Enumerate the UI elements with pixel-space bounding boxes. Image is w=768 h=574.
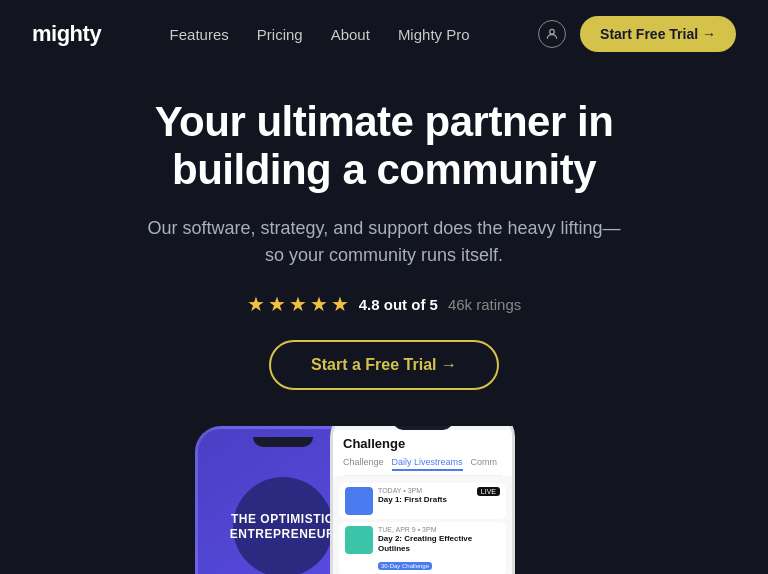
tab-comm[interactable]: Comm [471,455,498,471]
nav-links: Features Pricing About Mighty Pro [170,26,470,43]
nav-link-mighty-pro[interactable]: Mighty Pro [398,26,470,43]
account-icon[interactable] [538,20,566,48]
star-5: ★ [331,292,349,316]
rating-row: ★ ★ ★ ★ ★ 4.8 out of 5 46k ratings [40,292,728,316]
hero-title: Your ultimate partner in building a comm… [40,98,728,195]
event-thumb-2 [345,526,373,554]
event-name-2: Day 2: Creating Effective Outlines [378,534,500,553]
start-free-trial-hero-button[interactable]: Start a Free Trial → [269,340,499,390]
event-info-1: LIVE TODAY • 3PM Day 1: First Drafts [378,487,500,505]
event-name-1: Day 1: First Drafts [378,495,500,505]
nav-link-pricing[interactable]: Pricing [257,26,303,43]
tab-challenge[interactable]: Challenge [343,455,384,471]
hero-section: Your ultimate partner in building a comm… [0,68,768,426]
phone-right-header: Challenge Challenge Daily Livestreams Co… [333,430,512,476]
nav-link-about[interactable]: About [331,26,370,43]
phone-right-tabs: Challenge Daily Livestreams Comm [343,455,502,476]
event-thumb-1 [345,487,373,515]
rating-count: 46k ratings [448,296,521,313]
event-info-2: TUE, APR 9 • 3PM Day 2: Creating Effecti… [378,526,500,571]
svg-point-0 [550,29,555,34]
star-rating: ★ ★ ★ ★ ★ [247,292,349,316]
phone-left-circle-text: THE OPTIMISTIC ENTREPRENEUR [230,512,335,543]
star-1: ★ [247,292,265,316]
phone-right: Challenge Challenge Daily Livestreams Co… [330,426,515,574]
navbar: mighty Features Pricing About Mighty Pro… [0,0,768,68]
tab-daily-livestreams[interactable]: Daily Livestreams [392,455,463,471]
star-3: ★ [289,292,307,316]
rating-score: 4.8 out of 5 [359,296,438,313]
logo: mighty [32,21,101,47]
start-free-trial-nav-button[interactable]: Start Free Trial → [580,16,736,52]
event-date-2: TUE, APR 9 • 3PM [378,526,500,533]
nav-link-features[interactable]: Features [170,26,229,43]
event-item-2: TUE, APR 9 • 3PM Day 2: Creating Effecti… [339,522,506,574]
event-item-1: LIVE TODAY • 3PM Day 1: First Drafts [339,483,506,519]
phone-left-notch [253,437,313,447]
star-2: ★ [268,292,286,316]
today-badge: LIVE [477,487,500,496]
phone-right-content: LIVE TODAY • 3PM Day 1: First Drafts TUE… [333,476,512,574]
nav-right: Start Free Trial → [538,16,736,52]
star-4: ★ [310,292,328,316]
event-badge-2: 30-Day Challenge [378,562,432,570]
phone-left-circle: THE OPTIMISTIC ENTREPRENEUR [233,477,333,574]
phones-container: THE OPTIMISTIC ENTREPRENEUR Challenge Ch… [0,426,768,574]
phone-right-title: Challenge [343,436,502,451]
hero-subtitle: Our software, strategy, and support does… [144,215,624,271]
